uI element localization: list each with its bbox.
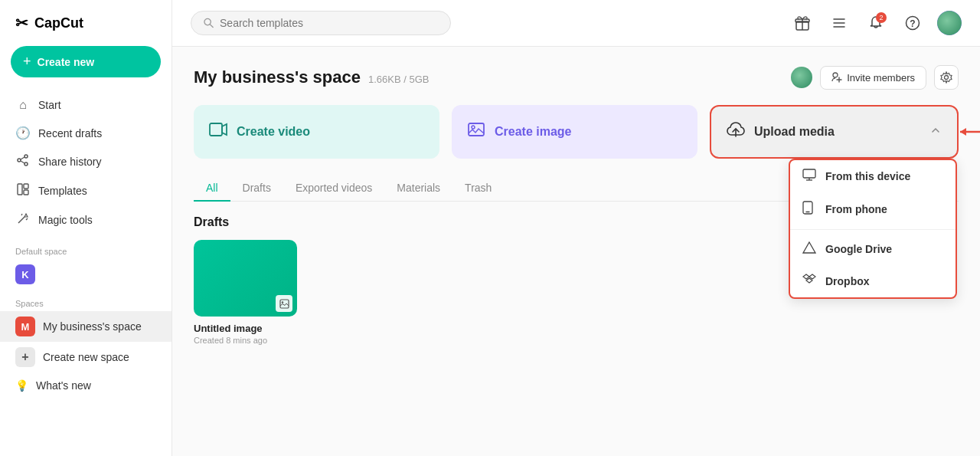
help-icon-button[interactable]: ? [900,11,925,35]
sidebar: ✂ CapCut + Create new ⌂ Start 🕐 Recent d… [0,0,172,456]
svg-point-29 [472,126,475,129]
capcut-logo-icon: ✂ [15,14,28,32]
gift-icon-button[interactable] [790,11,815,35]
topbar: 2 ? [172,0,980,47]
tab-materials[interactable]: Materials [384,176,452,202]
svg-line-11 [21,214,22,215]
svg-marker-41 [960,128,966,136]
svg-rect-42 [280,300,289,308]
upload-from-phone-item[interactable]: From phone [790,192,956,226]
sidebar-item-share-history-label: Share history [38,156,101,168]
draft-date: Created 8 mins ago [194,336,297,345]
search-box[interactable] [191,11,451,35]
space-item-my-business[interactable]: M My business's space [0,311,172,342]
svg-rect-6 [24,184,28,189]
menu-icon-button[interactable] [827,11,851,35]
svg-rect-7 [24,190,28,195]
default-space-label: Default space [0,238,172,259]
upload-chevron-up-icon [929,124,942,139]
svg-rect-26 [210,123,222,136]
workspace-settings-button[interactable] [934,65,959,90]
user-avatar[interactable] [937,11,962,35]
svg-line-10 [26,218,28,220]
monitor-icon [802,169,818,184]
svg-point-22 [833,73,838,77]
templates-icon [15,183,31,198]
svg-point-0 [24,155,28,158]
phone-icon [802,201,818,218]
magic-icon [15,212,31,228]
svg-text:?: ? [910,18,915,29]
workspace-header: My business's space 1.66KB / 5GB Invite … [194,65,959,90]
svg-rect-5 [18,184,22,195]
create-new-label: Create new [38,56,95,68]
workspace-name: My business's space [194,67,361,87]
upload-icon [727,120,745,143]
home-icon: ⌂ [15,98,31,112]
my-business-avatar: M [15,317,35,336]
create-new-button[interactable]: + Create new [11,46,161,77]
content-area: My business's space 1.66KB / 5GB Invite … [172,47,980,456]
draft-card-untitled-image[interactable]: Untitled image Created 8 mins ago [194,240,297,345]
sidebar-item-whats-new[interactable]: 💡 What's new [0,372,172,399]
clock-icon: 🕐 [15,126,31,140]
logo: ✂ CapCut [0,0,172,43]
invite-members-label: Invite members [847,72,915,84]
sidebar-item-magic-tools-label: Magic tools [38,214,93,226]
person-add-icon [831,72,842,83]
workspace-member-avatar [791,67,812,88]
create-video-label: Create video [237,125,310,139]
tab-exported[interactable]: Exported videos [283,176,384,202]
sidebar-item-magic-tools[interactable]: Magic tools [0,205,172,235]
dropbox-icon [802,274,818,289]
notification-bell-button[interactable]: 2 [864,11,888,35]
upload-from-device-item[interactable]: From this device [790,160,956,192]
dropbox-label: Dropbox [825,275,870,287]
sidebar-item-templates[interactable]: Templates [0,176,172,205]
gear-icon [940,71,952,84]
search-input[interactable] [220,17,438,29]
spaces-label: Spaces [0,290,172,311]
svg-marker-38 [809,274,815,279]
dropdown-divider [790,229,956,230]
svg-point-1 [18,159,21,162]
workspace-actions: Invite members [791,65,959,90]
create-video-card[interactable]: Create video [194,105,439,159]
svg-rect-31 [803,169,815,178]
create-image-label: Create image [495,125,572,139]
plus-icon: + [23,54,31,70]
draft-type-icon [276,295,292,312]
space-item-my-business-label: My business's space [43,320,142,333]
svg-point-25 [945,76,949,80]
upload-dropbox-item[interactable]: Dropbox [790,265,956,297]
sidebar-item-start[interactable]: ⌂ Start [0,91,172,119]
draft-name: Untitled image [194,323,297,334]
tab-all[interactable]: All [194,176,230,202]
sidebar-item-templates-label: Templates [38,185,87,197]
space-item-create-space[interactable]: + Create new space [0,342,172,372]
image-card-icon [467,120,485,143]
svg-line-3 [21,157,24,159]
invite-members-button[interactable]: Invite members [820,66,926,90]
app-name: CapCut [34,15,83,31]
tab-trash[interactable]: Trash [452,176,504,202]
create-image-card[interactable]: Create image [452,105,697,159]
upload-media-label: Upload media [754,125,835,139]
svg-line-8 [18,217,24,223]
svg-marker-37 [803,274,809,279]
sidebar-item-share-history[interactable]: Share history [0,147,172,176]
tab-drafts[interactable]: Drafts [230,176,283,202]
google-drive-label: Google Drive [825,243,892,255]
whats-new-icon: 💡 [15,379,28,392]
default-space-item[interactable]: K [0,259,172,290]
upload-dropdown: From this device From phone Google Driv [789,159,957,299]
create-space-avatar: + [15,347,35,367]
action-cards: Create video Create image Upload media [194,105,959,159]
upload-media-card[interactable]: Upload media From this device [710,105,959,159]
svg-marker-39 [806,278,812,283]
video-icon [209,120,227,143]
sidebar-item-recent-drafts[interactable]: 🕐 Recent drafts [0,119,172,147]
svg-line-13 [210,25,213,28]
nav-section: ⌂ Start 🕐 Recent drafts Share history Te… [0,88,172,238]
upload-google-drive-item[interactable]: Google Drive [790,233,956,265]
